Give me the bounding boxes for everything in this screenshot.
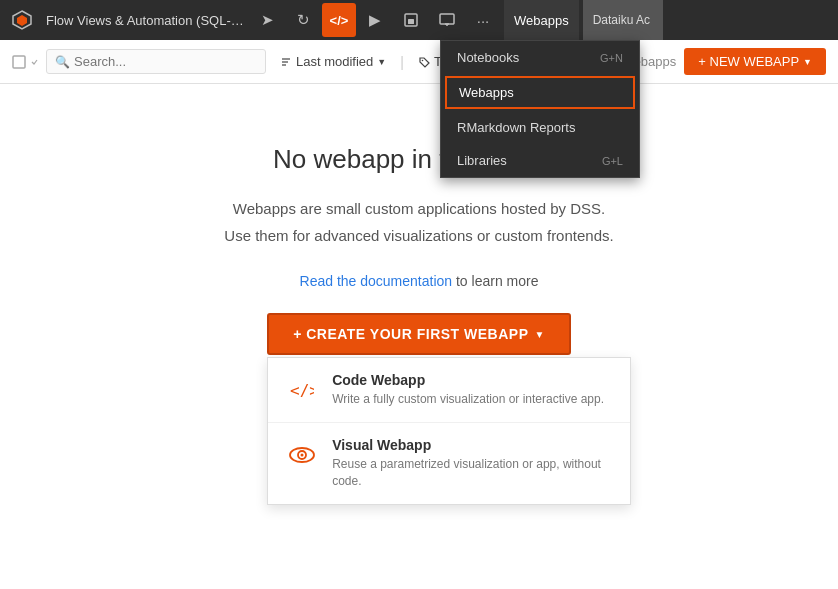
visual-webapp-title: Visual Webapp [332,437,614,453]
content-toolbar: 🔍 Last modified ▼ | Tags ▼ | ★ Favorites… [0,40,838,84]
doc-link-suffix: to learn more [452,273,538,289]
create-chevron-icon: ▼ [534,329,544,340]
nav-item-webapps[interactable]: Webapps [445,76,635,109]
visual-webapp-icon [284,437,320,473]
nav-dropdown: Notebooks G+N Webapps RMarkdown Reports … [440,40,640,178]
empty-description: Webapps are small custom applications ho… [224,195,613,249]
nav-item-notebooks[interactable]: Notebooks G+N [441,41,639,74]
visual-webapp-desc: Reuse a parametrized visualization or ap… [332,456,614,490]
code-icon[interactable]: </> [322,3,356,37]
main-content: No webapp in this project Webapps are sm… [0,84,838,589]
code-webapp-text: Code Webapp Write a fully custom visuali… [332,372,604,408]
nav-item-libraries[interactable]: Libraries G+L [441,144,639,177]
search-box[interactable]: 🔍 [46,49,266,74]
deploy-icon[interactable]: ➤ [250,3,284,37]
sort-button[interactable]: Last modified ▼ [274,50,392,73]
create-dropdown: </> Code Webapp Write a fully custom vis… [267,357,631,505]
svg-point-15 [301,454,304,457]
user-label[interactable]: Dataiku Ac [583,0,663,40]
toolbar-divider: | [400,54,404,70]
nav-item-rmarkdown[interactable]: RMarkdown Reports [441,111,639,144]
visual-webapp-option[interactable]: Visual Webapp Reuse a parametrized visua… [268,423,630,504]
doc-link[interactable]: Read the documentation [300,273,453,289]
deploy2-icon[interactable] [394,3,428,37]
svg-rect-7 [13,56,25,68]
play-icon[interactable]: ▶ [358,3,392,37]
visual-webapp-text: Visual Webapp Reuse a parametrized visua… [332,437,614,490]
create-btn-area: + CREATE YOUR FIRST WEBAPP ▼ </> Code We… [267,313,571,355]
new-webapp-chevron-icon: ▼ [803,57,812,67]
select-all-checkbox[interactable] [12,55,38,69]
screen-icon[interactable] [430,3,464,37]
search-icon: 🔍 [55,55,70,69]
refresh-icon[interactable]: ↻ [286,3,320,37]
sort-label: Last modified [296,54,373,69]
sort-chevron-icon: ▼ [377,57,386,67]
more-icon[interactable]: ··· [466,3,500,37]
svg-marker-1 [17,15,27,26]
create-first-webapp-button[interactable]: + CREATE YOUR FIRST WEBAPP ▼ [267,313,571,355]
doc-link-text: Read the documentation to learn more [300,273,539,289]
code-webapp-desc: Write a fully custom visualization or in… [332,391,604,408]
code-webapp-icon: </> [284,372,320,408]
code-webapp-option[interactable]: </> Code Webapp Write a fully custom vis… [268,358,630,423]
desc-line2: Use them for advanced visualizations or … [224,227,613,244]
section-label: Webapps [504,0,579,40]
project-title: Flow Views & Automation (SQL-based Tuto.… [46,13,246,28]
svg-rect-4 [440,14,454,24]
svg-rect-3 [408,19,414,24]
search-input[interactable] [74,54,257,69]
topbar: Flow Views & Automation (SQL-based Tuto.… [0,0,838,40]
new-webapp-button[interactable]: + NEW WEBAPP ▼ [684,48,826,75]
app-logo [8,6,36,34]
desc-line1: Webapps are small custom applications ho… [233,200,605,217]
svg-text:</>: </> [290,381,314,400]
topbar-icon-group: ➤ ↻ </> ▶ ··· [250,3,500,37]
code-webapp-title: Code Webapp [332,372,604,388]
svg-point-11 [422,59,424,61]
